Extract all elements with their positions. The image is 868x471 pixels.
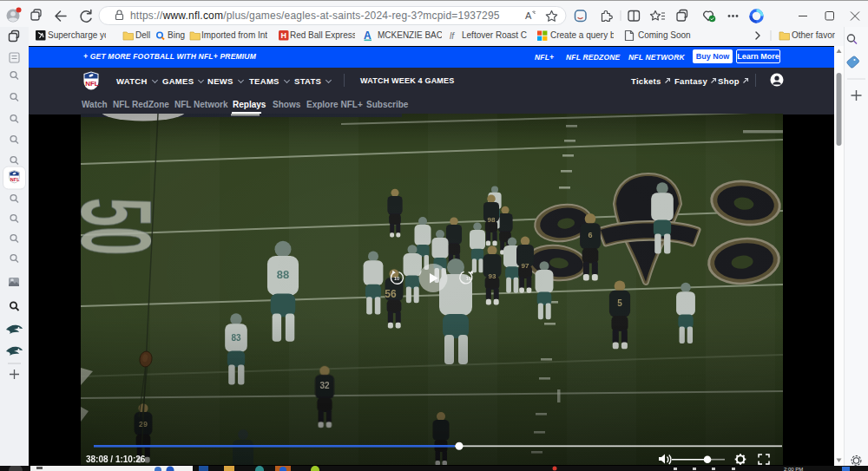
svg-text:10: 10 (466, 276, 471, 281)
svg-text:A: A (525, 10, 532, 21)
svg-text:NFL: NFL (10, 177, 20, 182)
svg-text:10: 10 (394, 276, 399, 281)
svg-text:38:08 / 1:10:26: 38:08 / 1:10:26 (86, 455, 146, 464)
svg-text:lf: lf (450, 31, 455, 41)
svg-text:H: H (281, 31, 287, 40)
svg-text:2:00 PM: 2:00 PM (784, 467, 803, 471)
svg-text:NFL: NFL (85, 80, 99, 88)
